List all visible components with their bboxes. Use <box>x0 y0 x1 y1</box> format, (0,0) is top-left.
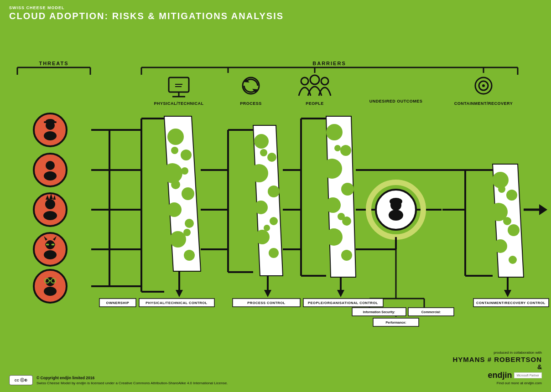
svg-point-90 <box>250 164 268 182</box>
svg-point-110 <box>341 183 354 196</box>
people-ctrl-label: PEOPLE/ORGANISATIONAL CONTROL <box>308 301 378 305</box>
footer-right: produced in collaboration with HYMANS # … <box>452 351 542 385</box>
cheese-slice-process <box>250 125 283 276</box>
svg-point-148 <box>498 186 505 193</box>
svg-point-70 <box>181 150 192 160</box>
containment-col-label: CONTAINMENT/RECOVERY <box>454 101 513 106</box>
physical-ctrl-label: PHYSICAL/TECHNICAL CONTROL <box>146 301 207 305</box>
svg-point-78 <box>181 167 188 175</box>
svg-point-25 <box>44 131 57 140</box>
find-label: Find out more at endjin.com <box>452 381 542 385</box>
svg-point-113 <box>325 228 343 246</box>
footer: cc ⓒ⊕ © Copyright endjin limited 2016 Sw… <box>9 375 542 385</box>
performance-label: Performance: <box>385 321 406 324</box>
cheese-slice-physical <box>162 116 201 271</box>
svg-point-74 <box>185 219 194 228</box>
svg-point-37 <box>43 211 57 220</box>
cheese-slice-containment <box>489 164 524 277</box>
process-col-label: PROCESS <box>240 101 262 106</box>
svg-rect-40 <box>46 243 49 246</box>
svg-point-72 <box>182 187 194 200</box>
containment-ctrl-label: CONTAINMENT/RECOVERY CONTROL <box>476 301 546 305</box>
svg-marker-151 <box>539 204 547 215</box>
header-title: Cloud Adoption: Risks & Mitigations Anal… <box>9 11 284 21</box>
svg-point-94 <box>255 230 270 244</box>
svg-point-33 <box>45 199 55 209</box>
process-ctrl-label: PROCESS CONTROL <box>247 301 285 305</box>
svg-point-89 <box>267 153 276 162</box>
svg-point-22 <box>482 84 485 87</box>
svg-point-43 <box>44 250 57 259</box>
svg-point-125 <box>390 198 402 205</box>
cc-icon: cc ⓒ⊕ <box>9 375 33 385</box>
and-label: & <box>452 363 542 371</box>
svg-marker-153 <box>504 290 511 297</box>
collab-label: produced in collaboration with <box>452 351 542 355</box>
svg-point-126 <box>389 210 403 221</box>
svg-point-111 <box>325 197 341 213</box>
barriers-label: BARRIERS <box>312 61 346 66</box>
cheese-slice-people <box>322 116 356 277</box>
people-col-label: PEOPLE <box>306 101 324 106</box>
ms-partner-badge: Microsoft Partner <box>514 372 542 378</box>
main-diagram: THREATS BARRIERS PHYSICAL/TECHNICAL PROC… <box>0 27 551 383</box>
endjin-label: endjin <box>488 371 512 380</box>
footer-copyright: © Copyright endjin limited 2016 Swiss Ch… <box>36 376 228 385</box>
svg-point-108 <box>340 145 351 156</box>
svg-point-147 <box>509 256 517 264</box>
svg-point-19 <box>321 77 328 85</box>
commercial-label: Commercial: <box>421 310 441 314</box>
svg-point-31 <box>47 171 54 177</box>
svg-point-80 <box>183 229 191 236</box>
svg-point-91 <box>268 186 280 197</box>
svg-point-146 <box>494 239 507 253</box>
svg-point-92 <box>254 201 268 214</box>
svg-point-88 <box>254 134 269 149</box>
svg-point-145 <box>508 224 520 236</box>
physical-col-label: PHYSICAL/TECHNICAL <box>154 101 203 106</box>
hymans-label: HYMANS # ROBERTSON <box>452 356 542 363</box>
header-subtitle: Swiss Cheese Model <box>9 5 284 10</box>
svg-point-114 <box>341 250 352 261</box>
svg-point-27 <box>46 119 55 124</box>
svg-point-51 <box>44 287 57 296</box>
svg-point-107 <box>326 124 343 140</box>
svg-marker-99 <box>264 290 271 297</box>
svg-point-29 <box>46 161 55 170</box>
svg-point-71 <box>162 163 182 183</box>
svg-point-18 <box>310 75 319 84</box>
svg-point-17 <box>301 77 308 85</box>
outcomes-col-label: UNDESIRED OUTCOMES <box>369 99 423 103</box>
threats-label: THREATS <box>39 61 68 66</box>
svg-point-79 <box>171 180 180 189</box>
svg-point-73 <box>167 202 182 217</box>
svg-point-69 <box>167 129 184 145</box>
svg-point-116 <box>338 213 345 220</box>
ownership-ctrl-label: OWNERSHIP <box>106 301 130 305</box>
svg-point-76 <box>184 250 195 261</box>
svg-point-77 <box>171 147 178 154</box>
svg-point-143 <box>506 190 517 201</box>
info-sec-label: Information Security: <box>363 310 395 314</box>
svg-point-95 <box>269 248 279 258</box>
svg-rect-41 <box>51 243 55 246</box>
svg-marker-67 <box>176 290 183 297</box>
svg-point-97 <box>264 225 270 231</box>
svg-point-93 <box>270 217 278 225</box>
svg-point-109 <box>322 159 342 179</box>
svg-point-115 <box>334 145 341 151</box>
svg-point-96 <box>260 149 267 156</box>
svg-marker-118 <box>337 290 344 297</box>
footer-license: Swiss Cheese Model by endjin is licensed… <box>36 381 228 385</box>
svg-point-149 <box>503 217 511 225</box>
